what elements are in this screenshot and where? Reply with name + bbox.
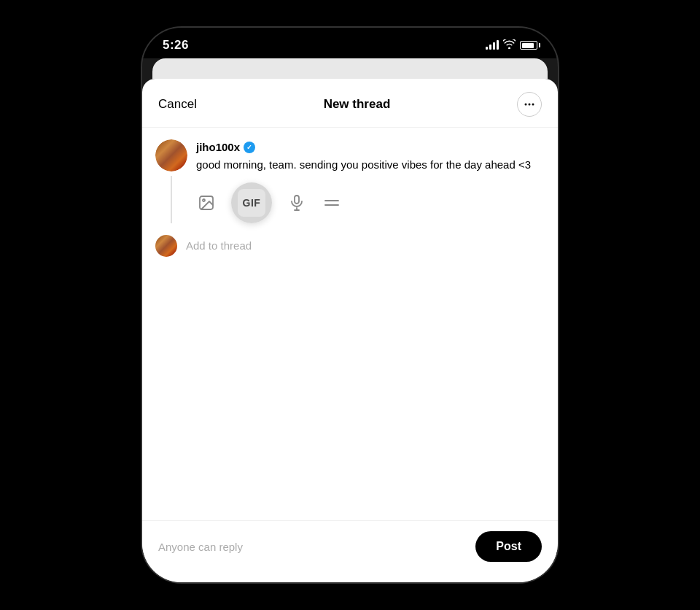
header: Cancel New thread xyxy=(142,79,558,128)
reply-placeholder: Add to thread xyxy=(186,239,252,252)
svg-point-0 xyxy=(525,104,527,106)
header-title: New thread xyxy=(324,97,391,112)
thread-line xyxy=(171,176,172,223)
peek-card xyxy=(152,58,548,79)
post-toolbar: GIF xyxy=(196,182,545,223)
more-icon xyxy=(523,98,536,111)
signal-icon xyxy=(486,41,499,50)
thread-content: jiho100x ✓ good morning, team. sending y… xyxy=(142,128,558,520)
more-options-button[interactable] xyxy=(517,92,542,117)
bottom-bar: Anyone can reply Post xyxy=(142,520,558,582)
menu-button[interactable] xyxy=(322,193,342,213)
main-sheet: Cancel New thread xyxy=(142,79,558,582)
post-button[interactable]: Post xyxy=(475,531,542,562)
mic-icon xyxy=(288,194,306,212)
menu-icon xyxy=(323,194,341,212)
phone-frame: 5:26 Can xyxy=(142,28,558,582)
status-bar: 5:26 xyxy=(142,28,558,58)
user-avatar xyxy=(155,139,187,171)
post-body: jiho100x ✓ good morning, team. sending y… xyxy=(196,139,545,223)
gif-button[interactable]: GIF xyxy=(231,182,272,223)
avatar-column xyxy=(155,139,187,223)
thread-post: jiho100x ✓ good morning, team. sending y… xyxy=(155,139,545,223)
status-icons xyxy=(486,39,537,51)
verified-badge: ✓ xyxy=(244,142,255,153)
status-time: 5:26 xyxy=(163,38,189,53)
battery-icon xyxy=(520,41,537,50)
username: jiho100x xyxy=(196,141,240,153)
post-text: good morning, team. sending you positive… xyxy=(196,157,545,174)
mic-button[interactable] xyxy=(287,193,307,213)
image-button[interactable] xyxy=(196,193,217,213)
svg-rect-5 xyxy=(295,196,299,204)
svg-point-1 xyxy=(529,104,531,106)
reply-setting[interactable]: Anyone can reply xyxy=(158,541,243,553)
image-icon xyxy=(198,194,215,212)
wifi-icon xyxy=(503,39,516,51)
reply-row[interactable]: Add to thread xyxy=(155,232,545,257)
username-row: jiho100x ✓ xyxy=(196,141,545,153)
gif-label: GIF xyxy=(243,197,261,209)
cancel-button[interactable]: Cancel xyxy=(158,97,197,112)
svg-point-2 xyxy=(532,104,534,106)
reply-avatar xyxy=(155,235,177,257)
svg-point-4 xyxy=(203,199,205,201)
